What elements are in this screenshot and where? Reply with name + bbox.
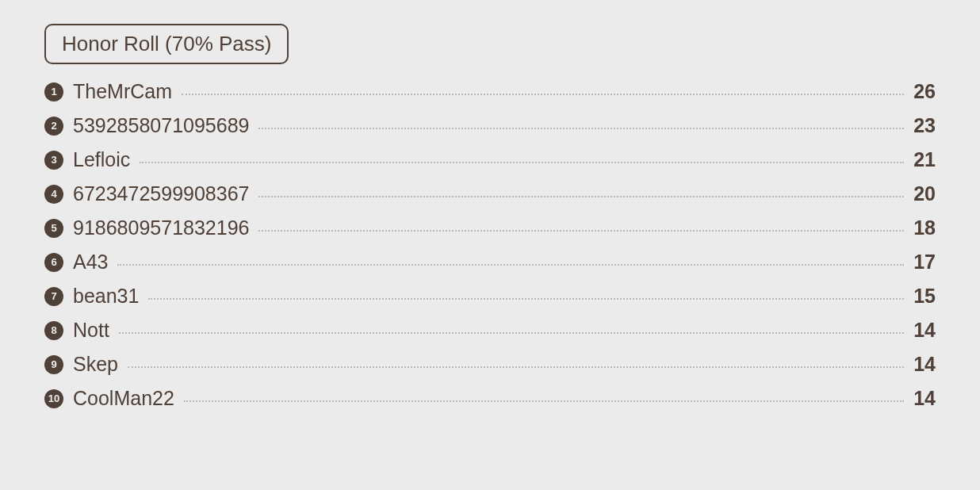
rank-badge: 3	[44, 151, 63, 170]
player-score: 14	[913, 387, 936, 410]
leader-dots	[258, 196, 904, 197]
rank-badge: 7	[44, 287, 63, 306]
leader-dots	[148, 298, 904, 300]
player-name: 9186809571832196	[73, 216, 249, 239]
player-name: 6723472599908367	[73, 182, 249, 205]
list-item: 6 A43 17	[44, 251, 936, 274]
leader-dots	[182, 94, 904, 95]
list-item: 3 Lefloic 21	[44, 148, 936, 171]
leader-dots	[258, 128, 904, 129]
player-name: 5392858071095689	[73, 114, 249, 137]
player-name: CoolMan22	[73, 387, 174, 410]
rank-badge: 5	[44, 219, 63, 238]
player-score: 14	[913, 353, 936, 376]
honor-roll-title: Honor Roll (70% Pass)	[62, 32, 271, 56]
player-score: 23	[913, 114, 936, 137]
rank-badge: 1	[44, 82, 63, 101]
list-item: 8 Nott 14	[44, 319, 936, 342]
honor-roll-panel: Honor Roll (70% Pass) 1 TheMrCam 26 2 53…	[0, 0, 980, 445]
player-name: bean31	[73, 285, 139, 308]
player-name: TheMrCam	[73, 80, 172, 103]
player-score: 21	[913, 148, 936, 171]
list-item: 1 TheMrCam 26	[44, 80, 936, 103]
leader-dots	[128, 366, 904, 368]
player-score: 14	[913, 319, 936, 342]
rank-badge: 8	[44, 321, 63, 340]
player-name: A43	[73, 251, 108, 274]
player-score: 26	[913, 80, 936, 103]
list-item: 9 Skep 14	[44, 353, 936, 376]
leader-dots	[140, 162, 904, 163]
leader-dots	[184, 400, 904, 402]
leader-dots	[119, 332, 904, 334]
player-score: 17	[913, 251, 936, 274]
honor-roll-header: Honor Roll (70% Pass)	[44, 24, 289, 64]
list-item: 7 bean31 15	[44, 285, 936, 308]
player-score: 15	[913, 285, 936, 308]
honor-roll-list: 1 TheMrCam 26 2 5392858071095689 23 3 Le…	[44, 80, 936, 421]
list-item: 5 9186809571832196 18	[44, 216, 936, 239]
rank-badge: 2	[44, 117, 63, 136]
rank-badge: 9	[44, 355, 63, 374]
rank-badge: 10	[44, 389, 63, 408]
list-item: 4 6723472599908367 20	[44, 182, 936, 205]
player-name: Nott	[73, 319, 109, 342]
leader-dots	[117, 264, 904, 266]
rank-badge: 4	[44, 185, 63, 204]
player-name: Skep	[73, 353, 118, 376]
player-score: 20	[913, 182, 936, 205]
player-name: Lefloic	[73, 148, 130, 171]
leader-dots	[258, 230, 904, 232]
rank-badge: 6	[44, 253, 63, 272]
player-score: 18	[913, 216, 936, 239]
list-item: 10 CoolMan22 14	[44, 387, 936, 410]
list-item: 2 5392858071095689 23	[44, 114, 936, 137]
